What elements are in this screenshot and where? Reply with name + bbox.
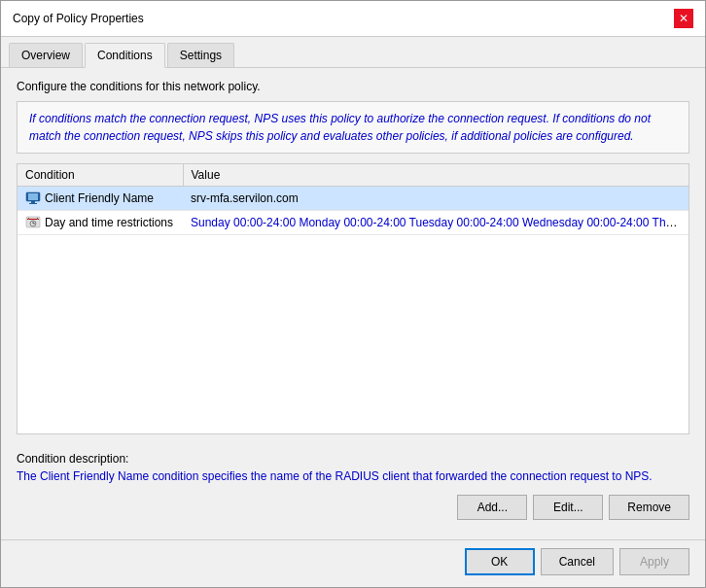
main-content: Configure the conditions for this networ… bbox=[1, 68, 705, 539]
title-bar: Copy of Policy Properties ✕ bbox=[1, 1, 705, 37]
tabs-container: Overview Conditions Settings bbox=[1, 37, 705, 68]
condition-desc-text: The Client Friendly Name condition speci… bbox=[17, 469, 689, 483]
apply-button[interactable]: Apply bbox=[619, 548, 689, 575]
tab-overview[interactable]: Overview bbox=[9, 43, 83, 67]
condition-name: Day and time restrictions bbox=[45, 216, 173, 229]
condition-description: Condition description: The Client Friend… bbox=[17, 444, 689, 487]
info-description: If conditions match the connection reque… bbox=[17, 101, 689, 154]
configure-text: Configure the conditions for this networ… bbox=[17, 80, 689, 93]
ok-button[interactable]: OK bbox=[465, 548, 535, 575]
svg-rect-1 bbox=[28, 193, 38, 200]
close-button[interactable]: ✕ bbox=[674, 9, 693, 28]
condition-cell: Day and time restrictions bbox=[18, 211, 183, 235]
value-cell: srv-mfa.servilon.com bbox=[183, 187, 688, 211]
conditions-table: Condition Value bbox=[18, 164, 688, 235]
condition-cell: Client Friendly Name bbox=[18, 187, 183, 211]
table-row[interactable]: Day and time restrictions Sunday 00:00-2… bbox=[18, 211, 688, 235]
tab-settings[interactable]: Settings bbox=[167, 43, 234, 67]
info-text: If conditions match the connection reque… bbox=[29, 112, 651, 143]
svg-rect-7 bbox=[37, 218, 38, 220]
value-cell: Sunday 00:00-24:00 Monday 00:00-24:00 Tu… bbox=[183, 211, 688, 235]
condition-desc-label: Condition description: bbox=[17, 452, 689, 466]
cancel-button[interactable]: Cancel bbox=[541, 548, 614, 575]
edit-button[interactable]: Edit... bbox=[533, 495, 603, 520]
svg-rect-2 bbox=[31, 201, 35, 203]
action-buttons: Add... Edit... Remove bbox=[17, 487, 689, 528]
clock-icon bbox=[25, 215, 41, 230]
svg-rect-6 bbox=[28, 218, 29, 220]
dialog: Copy of Policy Properties ✕ Overview Con… bbox=[0, 0, 706, 588]
col-value: Value bbox=[183, 164, 688, 187]
tab-conditions[interactable]: Conditions bbox=[85, 43, 165, 68]
table-row[interactable]: Client Friendly Name srv-mfa.servilon.co… bbox=[18, 187, 688, 211]
condition-name: Client Friendly Name bbox=[45, 191, 154, 205]
svg-rect-3 bbox=[29, 203, 37, 204]
dialog-footer: OK Cancel Apply bbox=[1, 539, 705, 587]
monitor-icon bbox=[25, 190, 41, 206]
add-button[interactable]: Add... bbox=[457, 495, 527, 520]
dialog-title: Copy of Policy Properties bbox=[13, 12, 144, 25]
col-condition: Condition bbox=[18, 164, 183, 187]
remove-button[interactable]: Remove bbox=[609, 495, 689, 520]
conditions-table-container: Condition Value bbox=[17, 163, 689, 434]
